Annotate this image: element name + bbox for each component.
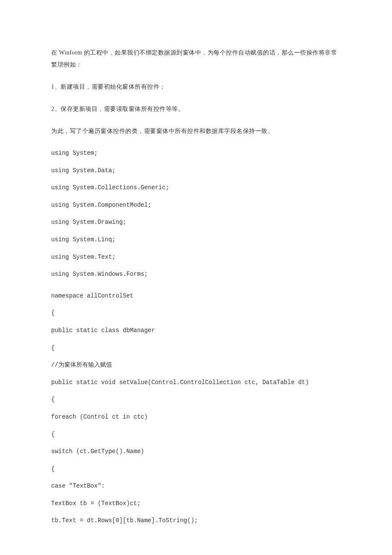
code-line-22: tb.Text = dt.Rows[0][tb.Name].ToString()… <box>51 515 341 526</box>
code-line-7: using System.Text; <box>51 251 341 263</box>
code-line-3: using System.Collections.Generic; <box>51 182 341 194</box>
code-line-9: namespace allControlSet <box>51 290 341 302</box>
code-line-4: using System.ComponentModel; <box>51 199 341 211</box>
code-line-16: foreach (Control ct in ctc) <box>51 411 341 423</box>
code-line-14: public static void setValue(Control.Cont… <box>51 377 341 388</box>
code-line-5: using System.Drawing; <box>51 217 341 228</box>
intro-paragraph-3: 2、保存更新项目，需要读取窗体所有控件等等。 <box>51 103 341 115</box>
code-line-6: using System.Linq; <box>51 234 341 246</box>
code-line-11: public static class dbManager <box>51 325 341 336</box>
code-line-17: { <box>51 429 341 440</box>
code-line-19: { <box>51 463 341 475</box>
intro-paragraph-2: 1、新建项目，需要初始化窗体所有控件； <box>51 81 341 93</box>
code-line-13: //为窗体所有输入赋值 <box>51 359 341 371</box>
code-line-21: TextBox tb = (TextBox)ct; <box>51 498 341 509</box>
intro-paragraph-4: 为此，写了个遍历窗体控件的类，需要窗体中所有控件和数据库字段名保持一致。 <box>51 125 341 137</box>
code-line-2: using System.Data; <box>51 165 341 176</box>
code-line-1: using System; <box>51 147 341 159</box>
code-line-18: switch (ct.GetType().Name) <box>51 446 341 457</box>
code-line-15: { <box>51 394 341 405</box>
code-line-12: { <box>51 342 341 354</box>
code-line-8: using System.Windows.Forms; <box>51 269 341 280</box>
code-line-10: { <box>51 307 341 319</box>
code-line-20: case "TextBox": <box>51 480 341 492</box>
intro-paragraph-1: 在 Winform 的工程中，如果我们不绑定数据源到窗体中，为每个控件自动赋值的… <box>51 47 341 71</box>
